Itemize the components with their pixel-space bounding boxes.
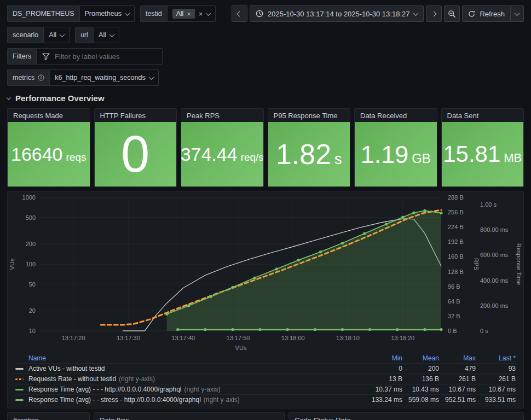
svg-text:288 B: 288 B [448,194,464,201]
refresh-button[interactable]: Refresh [462,5,511,22]
time-shift-forward-button[interactable] [426,5,442,22]
refresh-group: Refresh [462,5,524,22]
series-last: 261 B [476,375,516,383]
panel-title[interactable]: Code Status Rate [289,413,523,420]
svg-text:192 B: 192 B [448,238,464,245]
chevron-down-icon [109,32,115,37]
filter-input[interactable]: Filter by label values [37,48,163,65]
svg-text:400.00 ms: 400.00 ms [480,277,509,284]
panel-title[interactable]: HTTP Failures [95,109,177,122]
svg-text:Response Time: Response Time [516,243,522,285]
legend-col-min[interactable]: Min [366,354,402,362]
legend-col-max[interactable]: Max [439,354,476,362]
panel-title[interactable]: Requests Made [8,109,90,122]
zoom-out-icon [448,10,456,18]
svg-text:RPS: RPS [473,258,480,271]
svg-text:10: 10 [29,328,36,334]
svg-text:1000: 1000 [22,194,36,201]
time-shift-back-button[interactable] [232,5,247,22]
stat-body: 0 [95,122,177,186]
datasource-select[interactable]: Prometheus [80,5,135,22]
funnel-icon [42,53,50,60]
datasource-variable: DS_PROMETHEUS Prometheus [7,5,135,22]
series-mean: 200 [402,365,439,372]
section-performance-overview[interactable]: Performance Overview [0,91,531,108]
metrics-select[interactable]: k6_http_req_waiting_seconds [50,69,158,86]
legend-table: Name Min Mean Max Last * Active VUs - wi… [8,353,523,408]
time-range-text: 2025-10-30 13:17:14 to 2025-10-30 13:18:… [268,10,410,18]
panel-title[interactable]: Data Sent [442,109,524,122]
svg-text:128 B: 128 B [448,269,464,275]
chevron-down-icon [413,10,419,16]
testid-chip[interactable]: All × [172,9,195,19]
testid-label: testid [140,5,168,22]
scenario-value: All [49,31,56,39]
chevron-down-icon [148,74,154,80]
series-min: 10.37 ms [366,386,402,393]
testid-select[interactable]: All × × [168,5,216,22]
stat-body: 15.81MB [442,122,524,186]
legend-row-response-time-http: Response Time (avg) - - - http://0.0.0.0… [15,384,516,395]
svg-text:13:17:30: 13:17:30 [117,335,140,341]
legend-col-mean[interactable]: Mean [402,354,439,362]
series-min: 13 B [366,375,402,383]
series-name[interactable]: Response Time (avg) - - - http://0.0.0.0… [28,386,366,393]
remove-chip-icon[interactable]: × [187,10,191,18]
svg-text:13:17:20: 13:17:20 [62,335,85,341]
controls-row-2: scenario All url All [7,27,524,43]
legend-row-response-time-stress: Response Time (avg) - - stress - http://… [15,395,516,405]
url-select[interactable]: All [94,27,119,43]
panel-title[interactable]: Peak RPS [181,109,263,122]
svg-text:200: 200 [26,241,36,247]
svg-text:13:18:20: 13:18:20 [391,335,414,341]
info-icon [38,74,44,81]
svg-text:13:17:50: 13:17:50 [227,335,250,341]
svg-text:600.00 ms: 600.00 ms [480,252,509,258]
stat-value: 16640 [11,145,63,164]
timeseries-chart[interactable]: 1020501002005001000VUs0 B32 B64 B96 B128… [8,192,522,352]
svg-text:256 B: 256 B [448,209,464,215]
series-max: 10.67 ms [439,386,476,393]
timeseries-panel: 1020501002005001000VUs0 B32 B64 B96 B128… [7,191,524,409]
series-name[interactable]: Response Time (avg) - - stress - http://… [28,396,366,404]
stat-value: 0 [121,129,149,180]
refresh-interval-dropdown[interactable] [511,5,524,22]
panel-title[interactable]: Data Received [355,109,437,122]
series-name[interactable]: Requests Rate - without testid (right y-… [28,375,366,383]
panel-title[interactable]: P95 Response Time [268,109,350,122]
time-range-picker[interactable]: 2025-10-30 13:17:14 to 2025-10-30 13:18:… [250,5,424,22]
svg-text:800.00 ms: 800.00 ms [480,226,509,233]
legend-col-name[interactable]: Name [28,354,366,362]
svg-text:13:17:40: 13:17:40 [171,335,195,341]
series-max: 479 [439,365,476,372]
series-last: 10.67 ms [476,386,516,393]
series-color-icon [15,378,24,380]
scenario-select[interactable]: All [44,27,70,43]
series-name[interactable]: Active VUs - without testid [28,365,366,372]
bottom-panels-row: Iteration Data flow Code Status Rate [0,412,531,420]
svg-text:96 B: 96 B [448,283,460,290]
stat-value: 374.44 [181,145,238,164]
stat-unit: MB [504,152,522,164]
stat-panel-http-failures: HTTP Failures 0 [94,108,177,187]
zoom-out-button[interactable] [444,5,460,22]
panel-data-flow: Data flow [94,412,285,420]
clock-icon [256,10,263,18]
svg-text:32 B: 32 B [448,313,460,319]
panel-title[interactable]: Data flow [94,413,284,420]
series-last: 933.51 ms [476,396,516,404]
stat-panel-requests-made: Requests Made 16640reqs [7,108,90,187]
series-mean: 136 B [402,375,439,383]
panel-title[interactable]: Iteration [8,413,89,420]
svg-text:200.00 ms: 200.00 ms [480,302,509,309]
series-min: 0 [366,365,402,372]
clear-selection-icon[interactable]: × [199,10,203,18]
svg-text:VUs: VUs [235,345,247,351]
stat-unit: GB [412,152,431,165]
refresh-icon [468,10,475,18]
datasource-value: Prometheus [85,10,122,18]
svg-text:160 B: 160 B [448,253,464,260]
series-last: 93 [476,365,516,372]
filters-variable: Filters Filter by label values [7,48,163,65]
legend-col-last[interactable]: Last * [476,354,516,362]
